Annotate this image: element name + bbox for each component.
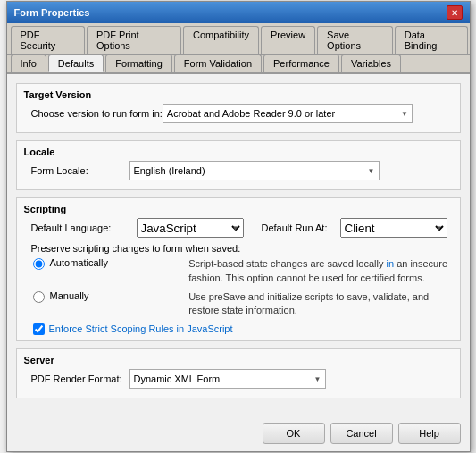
server-title: Server xyxy=(24,355,453,365)
locale-section: Locale Form Locale: English (Ireland) xyxy=(16,140,461,190)
automatically-row: Automatically Script-based state changes… xyxy=(24,257,453,285)
tab-preview[interactable]: Preview xyxy=(261,26,315,54)
close-button[interactable]: ✕ xyxy=(447,5,463,20)
target-version-select[interactable]: Acrobat and Adobe Reader 9.0 or later xyxy=(163,104,413,123)
locale-row: Form Locale: English (Ireland) xyxy=(24,161,453,180)
server-row: PDF Render Format: Dynamic XML Form xyxy=(24,369,453,389)
cancel-button[interactable]: Cancel xyxy=(330,423,393,444)
locale-select[interactable]: English (Ireland) xyxy=(129,161,380,180)
server-select-wrapper: Dynamic XML Form xyxy=(129,369,326,389)
run-at-wrapper: Client xyxy=(340,218,447,238)
tabs-row2: Info Defaults Formatting Form Validation… xyxy=(7,55,470,74)
window-title: Form Properties xyxy=(14,7,90,18)
target-version-section: Target Version Choose version to run for… xyxy=(16,83,461,133)
tab-performance[interactable]: Performance xyxy=(263,55,339,72)
manually-desc: Use preSave and initialize scripts to sa… xyxy=(188,290,452,318)
form-properties-dialog: Form Properties ✕ PDF Security PDF Print… xyxy=(6,1,471,452)
locale-label: Form Locale: xyxy=(31,165,129,176)
tab-pdf-security[interactable]: PDF Security xyxy=(11,26,85,54)
automatically-desc: Script-based state changes are saved loc… xyxy=(188,257,452,285)
manually-row: Manually Use preSave and initialize scri… xyxy=(24,290,453,318)
preserve-label: Preserve scripting changes to form when … xyxy=(24,243,453,254)
scripting-row: Default Language: JavaScript Default Run… xyxy=(24,218,453,238)
scripting-title: Scripting xyxy=(24,204,453,214)
tabs-row1: PDF Security PDF Print Options Compatibi… xyxy=(7,23,470,55)
target-version-title: Target Version xyxy=(24,89,453,100)
tab-data-binding[interactable]: Data Binding xyxy=(395,26,468,54)
tab-form-validation[interactable]: Form Validation xyxy=(174,55,262,72)
server-label: PDF Render Format: xyxy=(31,373,129,384)
scripting-section: Scripting Default Language: JavaScript D… xyxy=(16,197,461,341)
locale-title: Locale xyxy=(24,147,453,157)
scripting-lang-label: Default Language: xyxy=(31,222,129,233)
strict-scoping-row: Enforce Strict Scoping Rules in JavaScri… xyxy=(24,323,453,335)
run-at-label: Default Run At: xyxy=(262,222,333,233)
ok-button[interactable]: OK xyxy=(263,423,325,444)
server-select[interactable]: Dynamic XML Form xyxy=(129,369,326,389)
tab-pdf-print-options[interactable]: PDF Print Options xyxy=(87,26,181,54)
strict-scoping-label: Enforce Strict Scoping Rules in JavaScri… xyxy=(49,323,233,334)
scripting-lang-wrapper: JavaScript xyxy=(137,218,244,238)
locale-select-wrapper: English (Ireland) xyxy=(129,161,380,180)
target-version-select-wrapper: Acrobat and Adobe Reader 9.0 or later xyxy=(163,104,413,123)
strict-scoping-checkbox[interactable] xyxy=(33,323,45,335)
tab-defaults[interactable]: Defaults xyxy=(48,55,104,72)
manually-label: Manually xyxy=(50,290,182,301)
tab-variables[interactable]: Variables xyxy=(341,55,401,72)
target-version-row: Choose version to run form in: Acrobat a… xyxy=(24,104,453,123)
tab-compatibility[interactable]: Compatibility xyxy=(183,26,259,54)
automatically-label: Automatically xyxy=(50,257,182,268)
server-section: Server PDF Render Format: Dynamic XML Fo… xyxy=(16,348,461,398)
manually-radio[interactable] xyxy=(33,291,45,303)
target-version-label: Choose version to run form in: xyxy=(31,108,163,119)
title-bar: Form Properties ✕ xyxy=(7,2,470,23)
help-button[interactable]: Help xyxy=(398,423,461,444)
tab-formatting[interactable]: Formatting xyxy=(105,55,172,72)
tab-save-options[interactable]: Save Options xyxy=(317,26,393,54)
automatically-radio[interactable] xyxy=(33,258,45,270)
tab-info[interactable]: Info xyxy=(11,55,46,72)
run-at-select[interactable]: Client xyxy=(340,218,447,238)
bottom-buttons: OK Cancel Help xyxy=(7,415,470,451)
tab-content: Target Version Choose version to run for… xyxy=(7,74,470,415)
scripting-lang-select[interactable]: JavaScript xyxy=(137,218,244,238)
